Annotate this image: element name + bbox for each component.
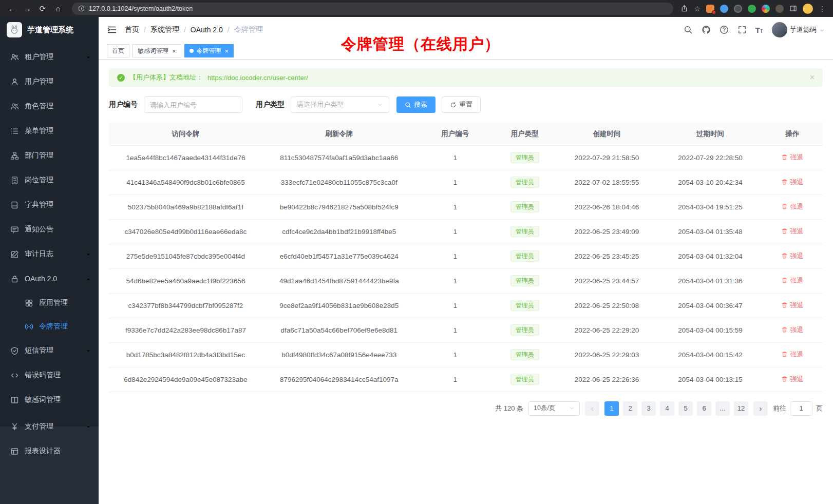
breadcrumb-oauth2[interactable]: OAuth 2.0 [191,26,223,34]
sidebar-item-dict[interactable]: 字典管理 [0,192,99,217]
force-logout-button[interactable]: 强退 [781,325,803,335]
share-icon[interactable] [680,5,688,12]
goto-page-input[interactable] [790,401,812,416]
home-button[interactable]: ⌂ [51,2,65,15]
breadcrumb-home[interactable]: 首页 [125,25,139,34]
sidebar-item-notice[interactable]: 通知公告 [0,217,99,242]
sidebar-item-label: 短信管理 [25,346,53,355]
page-more-button[interactable]: ... [715,401,730,416]
sidebar-item-menu[interactable]: 菜单管理 [0,119,99,143]
alert-close-icon[interactable]: × [810,73,815,82]
sidebar-item-report-designer[interactable]: 报表设计器 [0,439,99,463]
page-12-button[interactable]: 12 [734,401,748,416]
tab-sensitive-word[interactable]: 敏感词管理 × [132,44,181,57]
cell-refresh-token: e6cfd40eb1f54571a31e775e039c4624 [262,244,416,268]
fullscreen-icon[interactable] [737,25,747,34]
site-info-icon[interactable] [78,5,85,12]
cell-access-token: 275e5de9151045fe87cbdc395e004f4d [109,244,262,268]
cell-expire-time: 2054-03-04 01:31:36 [658,268,762,293]
collapse-menu-icon[interactable] [107,25,117,35]
page-3-button[interactable]: 3 [641,401,656,416]
browser-menu-icon[interactable]: ⋮ [819,5,826,13]
goto-page: 前往 页 [773,401,823,416]
extension-icon-4[interactable] [748,5,756,13]
extension-icon-1[interactable] [706,5,714,13]
tab-home[interactable]: 首页 [107,44,129,57]
sidebar-item-oauth2-app[interactable]: 应用管理 [0,291,99,315]
extension-badge [712,10,716,14]
sidebar-item-oauth2[interactable]: OAuth 2.0 [0,266,99,291]
sidebar-item-oauth2-token[interactable]: 令牌管理 [0,315,99,338]
force-logout-button[interactable]: 强退 [781,350,803,359]
url-bar[interactable]: 127.0.0.1:1024/system/oauth2/token [72,3,673,15]
forward-button[interactable]: → [21,2,34,15]
search-icon[interactable] [684,25,693,34]
close-icon[interactable]: × [172,48,176,54]
sidebar-item-post[interactable]: 岗位管理 [0,168,99,192]
side-panel-icon[interactable] [789,5,797,12]
force-logout-button[interactable]: 强退 [781,178,803,187]
page-size-select[interactable]: 10条/页 [528,401,580,416]
font-size-icon[interactable]: TT [755,26,763,34]
column-header: 刷新令牌 [262,123,416,145]
prev-page-button[interactable]: ‹ [585,401,599,416]
page-1-button[interactable]: 1 [604,401,619,416]
tab-token[interactable]: 令牌管理 × [184,44,234,57]
sms-icon [10,346,19,355]
force-logout-button[interactable]: 强退 [781,227,803,236]
extension-icon-3[interactable] [734,5,742,13]
sidebar-item-label: 错误码管理 [25,371,61,380]
browser-profile-avatar[interactable] [803,4,813,14]
reset-button[interactable]: 重置 [442,96,481,113]
header-actions: TT 芋道源码 [684,22,825,37]
page-content: ✓ 【用户体系】文档地址： https://doc.iocoder.cn/use… [99,60,833,504]
page-2-button[interactable]: 2 [623,401,637,416]
sidebar-item-user[interactable]: 用户管理 [0,69,99,94]
sidebar-item-role[interactable]: 角色管理 [0,94,99,119]
extension-icon-2[interactable] [720,5,728,13]
search-button[interactable]: 搜索 [396,96,436,113]
force-logout-button[interactable]: 强退 [781,202,803,211]
cell-user-type: 管理员 [495,219,555,244]
reload-button[interactable]: ⟳ [36,2,49,15]
sidebar-item-pay[interactable]: 支付管理 [0,414,99,439]
app-logo[interactable]: 芋道管理系统 [0,17,99,43]
force-logout-button[interactable]: 强退 [781,153,803,162]
page-5-button[interactable]: 5 [678,401,693,416]
page-size-value: 10条/页 [534,404,555,413]
sidebar-item-label: 支付管理 [25,422,53,431]
github-icon[interactable] [702,25,711,34]
user-menu[interactable]: 芋道源码 [772,22,825,37]
cell-user-type: 管理员 [495,268,555,293]
back-button[interactable]: ← [5,2,18,15]
doc-link[interactable]: https://doc.iocoder.cn/user-center/ [207,74,308,82]
help-icon[interactable] [720,25,729,34]
bookmark-star-icon[interactable]: ☆ [694,5,701,13]
breadcrumb-system[interactable]: 系统管理 [150,25,179,34]
chevron-down-icon [85,423,91,430]
cell-action: 强退 [762,195,823,219]
sidebar-item-error-code[interactable]: 错误码管理 [0,363,99,387]
chevron-down-icon [819,28,825,33]
sidebar-item-sensitive-word[interactable]: 敏感词管理 [0,387,99,412]
close-icon[interactable]: × [225,48,229,54]
table-row: 41c41346a548490f9dc8b01c6bfe0865 333ecfc… [109,170,823,195]
extension-icon-6[interactable] [775,5,784,13]
force-logout-button[interactable]: 强退 [781,301,803,310]
sidebar-item-audit-log[interactable]: 审计日志 [0,242,99,266]
sidebar-item-tenant[interactable]: 租户管理 [0,45,99,69]
user-type-select[interactable]: 请选择用户类型 [291,96,389,113]
user-id-input[interactable] [144,96,242,113]
force-logout-button[interactable]: 强退 [781,251,803,261]
next-page-button[interactable]: › [753,401,768,416]
sidebar-item-dept[interactable]: 部门管理 [0,143,99,168]
page-6-button[interactable]: 6 [697,401,711,416]
extension-icon-5[interactable] [762,5,770,13]
sidebar-item-sms[interactable]: 短信管理 [0,338,99,363]
user-avatar[interactable] [772,22,787,37]
cell-user-type: 管理员 [495,318,555,342]
force-logout-button[interactable]: 强退 [781,375,803,384]
page-4-button[interactable]: 4 [660,401,674,416]
force-logout-button[interactable]: 强退 [781,276,803,285]
breadcrumb-current: 令牌管理 [234,25,263,34]
